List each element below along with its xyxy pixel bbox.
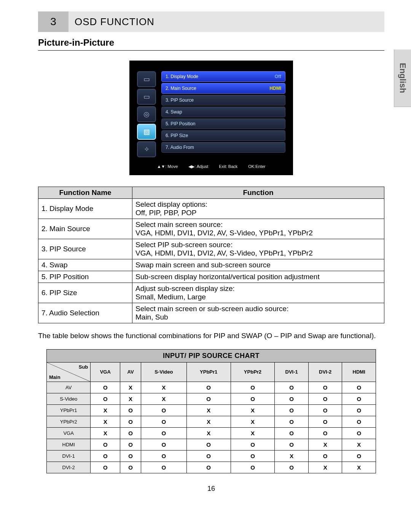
matrix-cell: O (91, 462, 120, 473)
matrix-col-header: YPbPr1 (186, 362, 231, 382)
matrix-row-label: HDMI (47, 439, 91, 450)
matrix-title: INPUT/ PIP SOURCE CHART (47, 349, 376, 362)
matrix-cell: O (308, 427, 342, 439)
matrix-cell: O (91, 393, 120, 404)
language-tab: English (394, 50, 411, 107)
matrix-cell: X (186, 427, 231, 439)
matrix-cell: O (275, 382, 309, 393)
func-name: 1. Display Mode (38, 199, 132, 219)
chapter-number: 3 (38, 11, 68, 32)
table-row: YPbPr2XOOXXOOO (47, 416, 376, 427)
matrix-cell: X (231, 427, 275, 439)
matrix-cell: X (186, 416, 231, 427)
func-name: 4. Swap (38, 259, 132, 271)
osd-menu-item: 4. Swap (161, 107, 285, 117)
matrix-cell: O (275, 462, 309, 473)
matrix-cell: O (91, 450, 120, 462)
osd-sidebar-icon: ✧ (137, 141, 156, 157)
matrix-cell: X (120, 382, 141, 393)
matrix-cell: O (231, 393, 275, 404)
matrix-cell: O (141, 404, 186, 416)
matrix-cell: O (308, 393, 342, 404)
matrix-cell: X (342, 462, 376, 473)
matrix-cell: O (120, 427, 141, 439)
function-table: Function Name Function 1. Display ModeSe… (38, 187, 384, 323)
matrix-col-header: YPbPr2 (231, 362, 275, 382)
matrix-col-header: S-Video (141, 362, 186, 382)
matrix-cell: O (141, 450, 186, 462)
func-desc: Adjust sub-screen display size: Small, M… (132, 283, 384, 303)
matrix-cell: X (186, 404, 231, 416)
table-row: YPbPr1XOOXXOOO (47, 404, 376, 416)
matrix-cell: O (308, 404, 342, 416)
table-row: DVI-2OOOOOOXX (47, 462, 376, 473)
osd-nav-hints: ▲▼: Move ◀▶: Adjust Exit: Back OK:Enter (137, 164, 285, 169)
matrix-cell: O (275, 393, 309, 404)
matrix-col-header: DVI-1 (275, 362, 309, 382)
matrix-cell: X (91, 416, 120, 427)
matrix-row-label: DVI-2 (47, 462, 91, 473)
matrix-row-label: AV (47, 382, 91, 393)
matrix-col-header: DVI-2 (308, 362, 342, 382)
matrix-cell: O (342, 450, 376, 462)
matrix-cell: X (141, 382, 186, 393)
func-name: 6. PIP Size (38, 283, 132, 303)
matrix-cell: O (186, 382, 231, 393)
func-name: 2. Main Source (38, 219, 132, 239)
osd-nav-move: ▲▼: Move (157, 164, 178, 169)
matrix-cell: O (308, 450, 342, 462)
matrix-cell: O (120, 450, 141, 462)
matrix-cell: X (231, 416, 275, 427)
matrix-cell: O (308, 416, 342, 427)
matrix-cell: O (231, 439, 275, 450)
matrix-cell: O (186, 462, 231, 473)
table-row: AVOXXOOOOO (47, 382, 376, 393)
osd-sidebar-icon: ▭ (137, 89, 156, 105)
table-row: 5. PIP PositionSub-screen display horizo… (38, 271, 384, 283)
func-name: 7. Audio Selection (38, 303, 132, 323)
osd-screenshot: ▭▭◎▧✧ 1. Display ModeOff2. Main SourceHD… (38, 61, 384, 175)
matrix-cell: X (91, 427, 120, 439)
table-row: HDMIOOOOOOXX (47, 439, 376, 450)
matrix-cell: O (342, 427, 376, 439)
matrix-cell: O (120, 416, 141, 427)
matrix-cell: O (120, 439, 141, 450)
table-row: 3. PIP SourceSelect PIP sub-screen sourc… (38, 239, 384, 259)
func-header-name: Function Name (38, 187, 132, 199)
func-desc: Sub-screen display horizontal/vertical p… (132, 271, 384, 283)
osd-menu-item: 3. PIP Source (161, 95, 285, 105)
matrix-row-label: VGA (47, 427, 91, 439)
table-row: 4. SwapSwap main screen and sub-screen s… (38, 259, 384, 271)
matrix-cell: O (141, 427, 186, 439)
matrix-row-label: YPbPr2 (47, 416, 91, 427)
page-number: 16 (38, 485, 384, 493)
table-row: 2. Main SourceSelect main screen source:… (38, 219, 384, 239)
osd-nav-ok: OK:Enter (248, 164, 265, 169)
func-desc: Select main screen source: VGA, HDMI, DV… (132, 219, 384, 239)
matrix-cell: X (275, 450, 309, 462)
matrix-cell: X (231, 404, 275, 416)
matrix-corner: SubMain (47, 362, 91, 382)
matrix-cell: X (141, 393, 186, 404)
matrix-cell: O (186, 393, 231, 404)
paragraph: The table below shows the functional com… (38, 331, 384, 341)
chapter-header: 3 OSD FUNCTION (38, 11, 384, 32)
table-row: S-VideoOXXOOOOO (47, 393, 376, 404)
matrix-cell: O (275, 404, 309, 416)
osd-sidebar-icon: ◎ (137, 106, 156, 122)
func-desc: Select display options: Off, PIP, PBP, P… (132, 199, 384, 219)
matrix-cell: O (342, 404, 376, 416)
osd-menu-item: 1. Display ModeOff (161, 71, 285, 82)
table-row: 6. PIP SizeAdjust sub-screen display siz… (38, 283, 384, 303)
chapter-title: OSD FUNCTION (68, 11, 384, 32)
matrix-col-header: AV (120, 362, 141, 382)
matrix-cell: O (186, 450, 231, 462)
matrix-cell: O (308, 382, 342, 393)
func-desc: Select PIP sub-screen source: VGA, HDMI,… (132, 239, 384, 259)
section-title: Picture-in-Picture (38, 37, 384, 51)
matrix-row-label: DVI-1 (47, 450, 91, 462)
matrix-cell: O (275, 427, 309, 439)
osd-menu-item: 7. Audio From (161, 142, 285, 153)
pip-source-chart: INPUT/ PIP SOURCE CHART SubMainVGAAVS-Vi… (46, 349, 376, 473)
osd-nav-exit: Exit: Back (219, 164, 237, 169)
